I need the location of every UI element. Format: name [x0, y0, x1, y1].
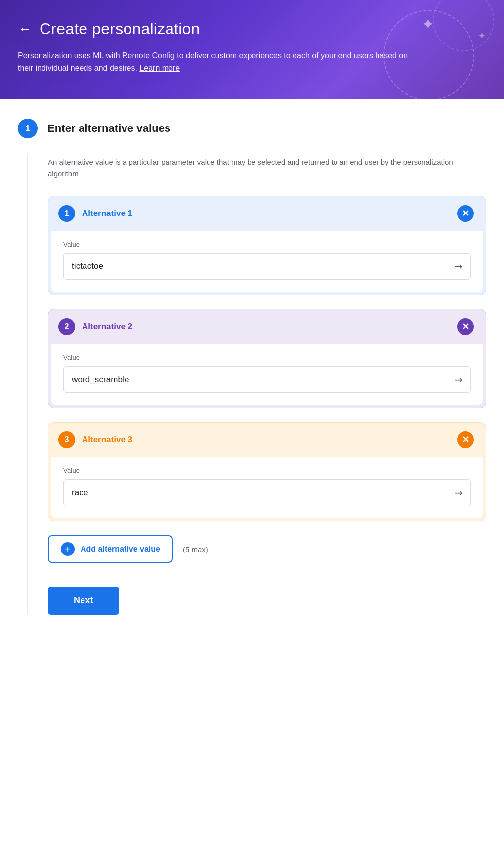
add-alternative-button[interactable]: + Add alternative value: [48, 535, 173, 563]
alt-number-badge-1: 1: [58, 205, 75, 222]
alt-value-text-2: word_scramble: [72, 375, 129, 384]
alt-card-body-1: Value tictactoe ↗: [51, 231, 483, 292]
add-alternative-row: + Add alternative value (5 max): [48, 535, 486, 563]
alternative-card-1: 1 Alternative 1 ✕ Value tictactoe ↗: [48, 196, 486, 295]
add-alternative-label: Add alternative value: [81, 545, 160, 553]
expand-icon-3[interactable]: ↗: [451, 486, 465, 500]
alt-value-label-3: Value: [63, 467, 471, 474]
add-icon: +: [61, 542, 75, 556]
alt-label-2: Alternative 2: [82, 322, 132, 332]
next-button[interactable]: Next: [48, 587, 119, 615]
alt-value-input-2[interactable]: word_scramble ↗: [63, 366, 471, 393]
alt-value-input-3[interactable]: race ↗: [63, 479, 471, 506]
learn-more-link[interactable]: Learn more: [139, 64, 180, 72]
step-description: An alternative value is a particular par…: [48, 156, 453, 180]
step-header: 1 Enter alternative values: [18, 119, 486, 138]
alt-value-label-2: Value: [63, 354, 471, 361]
main-content: 1 Enter alternative values An alternativ…: [0, 99, 504, 850]
alt-header-left-2: 2 Alternative 2: [58, 318, 132, 335]
alt-header-left-3: 3 Alternative 3: [58, 431, 132, 448]
alt-number-badge-2: 2: [58, 318, 75, 335]
header-back-row: ← Create personalization: [18, 20, 486, 38]
alt-value-text-1: tictactoe: [72, 261, 103, 271]
alt-value-label-1: Value: [63, 241, 471, 248]
expand-icon-1[interactable]: ↗: [451, 259, 465, 274]
alt-number-badge-3: 3: [58, 431, 75, 448]
page-header: ← Create personalization Personalization…: [0, 0, 504, 99]
alt-card-header-3: 3 Alternative 3 ✕: [48, 423, 486, 457]
alternative-card-3: 3 Alternative 3 ✕ Value race ↗: [48, 422, 486, 521]
alternative-card-2: 2 Alternative 2 ✕ Value word_scramble ↗: [48, 309, 486, 408]
alt-close-button-2[interactable]: ✕: [457, 318, 474, 335]
back-button[interactable]: ←: [18, 22, 32, 36]
star-icon-small: ✦: [478, 30, 486, 42]
alt-card-header-1: 1 Alternative 1 ✕: [48, 196, 486, 231]
header-description: Personalization uses ML with Remote Conf…: [18, 50, 423, 75]
alt-value-input-1[interactable]: tictactoe ↗: [63, 253, 471, 280]
alt-card-body-2: Value word_scramble ↗: [51, 344, 483, 405]
expand-icon-2[interactable]: ↗: [451, 373, 465, 387]
alt-card-header-2: 2 Alternative 2 ✕: [48, 309, 486, 344]
step-body: An alternative value is a particular par…: [27, 154, 486, 615]
step-badge: 1: [18, 119, 38, 138]
alt-close-button-1[interactable]: ✕: [457, 205, 474, 222]
alt-header-left-1: 1 Alternative 1: [58, 205, 132, 222]
alt-label-1: Alternative 1: [82, 209, 132, 218]
alt-value-text-3: race: [72, 488, 88, 498]
page-title: Create personalization: [40, 20, 200, 38]
alt-close-button-3[interactable]: ✕: [457, 431, 474, 448]
step-title: Enter alternative values: [47, 122, 170, 135]
alt-card-body-3: Value race ↗: [51, 457, 483, 518]
max-label: (5 max): [183, 545, 208, 553]
alt-label-3: Alternative 3: [82, 435, 132, 445]
star-icon: ✦: [421, 15, 435, 34]
